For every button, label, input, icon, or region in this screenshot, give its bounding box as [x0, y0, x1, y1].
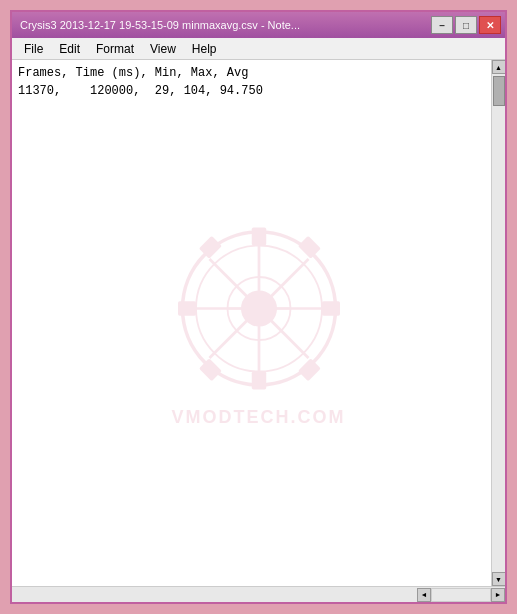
- scroll-left-button[interactable]: ◄: [417, 588, 431, 602]
- vertical-scrollbar[interactable]: ▲ ▼: [491, 60, 505, 586]
- content-line1: Frames, Time (ms), Min, Max, Avg: [18, 66, 248, 80]
- window-title: Crysis3 2013-12-17 19-53-15-09 minmaxavg…: [20, 19, 300, 31]
- menu-bar: File Edit Format View Help: [12, 38, 505, 60]
- menu-file[interactable]: File: [16, 40, 51, 58]
- horizontal-scrollbar[interactable]: ◄ ►: [417, 588, 505, 602]
- bottom-bar: ◄ ►: [12, 586, 505, 602]
- window-controls: – □ ✕: [431, 16, 501, 34]
- minimize-button[interactable]: –: [431, 16, 453, 34]
- content-line2: 11370, 120000, 29, 104, 94.750: [18, 84, 263, 98]
- close-button[interactable]: ✕: [479, 16, 501, 34]
- notepad-window: Crysis3 2013-12-17 19-53-15-09 minmaxavg…: [10, 10, 507, 604]
- content-area: VMODTECH.COM Frames, Time (ms), Min, Max…: [12, 60, 505, 586]
- menu-view[interactable]: View: [142, 40, 184, 58]
- text-editor[interactable]: Frames, Time (ms), Min, Max, Avg 11370, …: [12, 60, 491, 586]
- maximize-button[interactable]: □: [455, 16, 477, 34]
- menu-format[interactable]: Format: [88, 40, 142, 58]
- title-bar: Crysis3 2013-12-17 19-53-15-09 minmaxavg…: [12, 12, 505, 38]
- scroll-up-button[interactable]: ▲: [492, 60, 506, 74]
- scroll-down-button[interactable]: ▼: [492, 572, 506, 586]
- h-scroll-track[interactable]: [431, 588, 491, 602]
- menu-edit[interactable]: Edit: [51, 40, 88, 58]
- scroll-thumb[interactable]: [493, 76, 505, 106]
- menu-help[interactable]: Help: [184, 40, 225, 58]
- scroll-right-button[interactable]: ►: [491, 588, 505, 602]
